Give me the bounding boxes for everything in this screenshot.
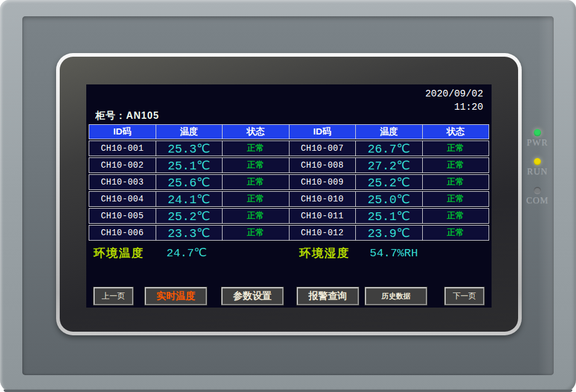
status-cell: 正常 <box>423 158 489 172</box>
run-led-label: RUN <box>527 166 548 177</box>
temperature-cell: 25.0℃ <box>356 192 423 206</box>
channel-id-cell: CH10-009 <box>290 175 356 189</box>
time-display: 11:20 <box>454 102 483 113</box>
temperature-cell: 25.2℃ <box>356 175 423 189</box>
status-cell: 正常 <box>423 141 489 156</box>
channel-id-cell: CH10-010 <box>290 192 356 206</box>
status-cell: 正常 <box>223 192 290 206</box>
ambient-humidity-label: 环境湿度 <box>299 246 350 261</box>
table-header-cell: 状态 <box>223 125 290 139</box>
channel-id-cell: CH10-006 <box>89 226 156 240</box>
prev-page-button[interactable]: 上一页 <box>93 287 133 305</box>
table-row: CH10-00623.3℃正常CH10-01223.9℃正常 <box>89 225 489 241</box>
status-cell: 正常 <box>423 226 489 240</box>
channel-id-cell: CH10-001 <box>89 141 156 156</box>
status-cell: 正常 <box>423 192 489 206</box>
power-led-label: PWR <box>527 138 548 148</box>
param-settings-button[interactable]: 参数设置 <box>221 287 283 305</box>
com-led-icon <box>534 187 541 194</box>
channel-id-cell: CH10-011 <box>290 209 356 223</box>
status-cell: 正常 <box>223 175 290 189</box>
status-cell: 正常 <box>223 209 290 223</box>
temperature-cell: 25.2℃ <box>156 209 223 223</box>
temperature-cell: 25.3℃ <box>156 141 223 156</box>
realtime-temp-button[interactable]: 实时温度 <box>145 287 207 305</box>
table-header-row: ID码温度状态ID码温度状态 <box>89 124 489 139</box>
status-cell: 正常 <box>223 141 290 156</box>
temperature-cell: 23.9℃ <box>356 226 423 240</box>
status-cell: 正常 <box>423 209 489 223</box>
ambient-humidity-value: 54.7%RH <box>370 246 418 261</box>
status-cell: 正常 <box>223 226 290 240</box>
history-data-button[interactable]: 历史数据 <box>365 287 427 305</box>
table-row: CH10-00525.2℃正常CH10-01125.1℃正常 <box>89 208 489 224</box>
status-led-column: PWRRUNCOM <box>521 129 554 216</box>
ambient-readings: 环境温度 24.7℃ 环境湿度 54.7%RH <box>86 246 492 261</box>
ambient-temp-label: 环境温度 <box>93 246 144 261</box>
channel-id-cell: CH10-002 <box>89 158 156 172</box>
next-page-button[interactable]: 下一页 <box>445 287 484 305</box>
status-cell: 正常 <box>423 175 489 189</box>
power-led-icon <box>534 129 541 136</box>
table-body: CH10-00125.3℃正常CH10-00726.7℃正常CH10-00225… <box>89 141 489 241</box>
table-header-cell: ID码 <box>89 125 156 139</box>
temperature-cell: 23.3℃ <box>156 226 223 240</box>
run-led-icon <box>534 158 541 165</box>
channel-id-cell: CH10-008 <box>290 158 356 172</box>
temperature-cell: 26.7℃ <box>356 141 423 156</box>
channel-table: ID码温度状态ID码温度状态 CH10-00125.3℃正常CH10-00726… <box>89 124 489 242</box>
date-display: 2020/09/02 <box>425 89 483 100</box>
temperature-cell: 25.1℃ <box>356 209 423 223</box>
power-led-group: PWR <box>521 129 554 148</box>
table-row: CH10-00225.1℃正常CH10-00827.2℃正常 <box>89 157 489 173</box>
lcd-screen: 2020/09/02 11:20 柜号：AN105 ID码温度状态ID码温度状态… <box>86 84 492 308</box>
temperature-cell: 25.1℃ <box>156 158 223 172</box>
alarm-query-button[interactable]: 报警查询 <box>297 287 359 305</box>
table-row: CH10-00125.3℃正常CH10-00726.7℃正常 <box>89 141 489 156</box>
table-row: CH10-00325.6℃正常CH10-00925.2℃正常 <box>89 174 489 190</box>
com-led-group: COM <box>521 187 554 206</box>
table-header-cell: 温度 <box>156 125 223 139</box>
status-cell: 正常 <box>223 158 290 172</box>
run-led-group: RUN <box>521 158 554 177</box>
table-row: CH10-00424.1℃正常CH10-01025.0℃正常 <box>89 191 489 207</box>
temperature-cell: 27.2℃ <box>356 158 423 172</box>
channel-id-cell: CH10-004 <box>89 192 156 206</box>
channel-id-cell: CH10-003 <box>89 175 156 189</box>
cabinet-id-label: 柜号：AN105 <box>95 110 159 122</box>
channel-id-cell: CH10-012 <box>290 226 356 240</box>
table-header-cell: ID码 <box>290 125 356 139</box>
channel-id-cell: CH10-005 <box>89 209 156 223</box>
hmi-device: 2020/09/02 11:20 柜号：AN105 ID码温度状态ID码温度状态… <box>0 0 576 392</box>
channel-id-cell: CH10-007 <box>290 141 356 156</box>
ambient-temp-value: 24.7℃ <box>166 246 207 261</box>
com-led-label: COM <box>526 195 548 206</box>
table-header-cell: 温度 <box>356 125 423 139</box>
temperature-cell: 25.6℃ <box>156 175 223 189</box>
temperature-cell: 24.1℃ <box>156 192 223 206</box>
table-header-cell: 状态 <box>423 125 489 139</box>
